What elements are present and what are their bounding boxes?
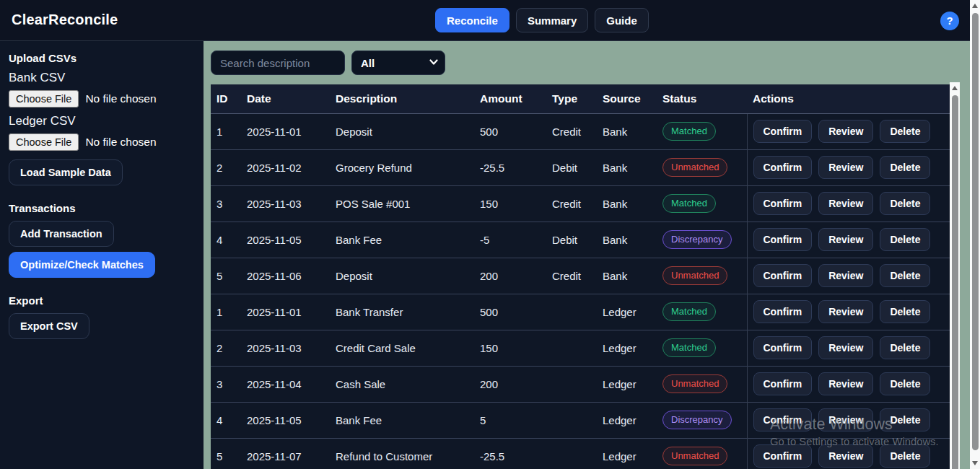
help-icon[interactable]: ? [940,12,959,30]
confirm-button[interactable]: Confirm [753,228,813,251]
review-button[interactable]: Review [818,192,873,215]
delete-button[interactable]: Delete [880,120,930,143]
confirm-button[interactable]: Confirm [753,300,813,323]
bank-choose-file-button[interactable]: Choose File [9,90,79,108]
window-scrollbar[interactable] [970,0,980,469]
cell-status: Discrepancy [657,222,747,258]
status-badge: Matched [662,194,716,213]
cell-amount: -25.5 [474,438,546,469]
export-heading: Export [9,294,195,307]
cell-actions: ConfirmReviewDelete [747,402,950,438]
cell-type [546,366,597,402]
review-button[interactable]: Review [818,300,873,323]
window-scrollbar-thumb[interactable] [972,13,979,450]
cell-type: Debit [546,149,597,185]
delete-button[interactable]: Delete [880,408,930,431]
search-input[interactable] [211,51,345,75]
review-button[interactable]: Review [818,408,873,431]
confirm-button[interactable]: Confirm [753,408,813,431]
confirm-button[interactable]: Confirm [753,336,813,359]
delete-button[interactable]: Delete [880,156,930,179]
table-row: 3 2025-11-03 POS Sale #001 150 Credit Ba… [211,185,950,222]
header-status: Status [657,84,747,113]
table-header: ID Date Description Amount Type Source S… [211,84,950,113]
cell-source: Bank [597,258,657,294]
review-button[interactable]: Review [818,228,873,251]
scroll-up-icon[interactable] [970,0,980,12]
table-row: 4 2025-11-05 Bank Fee -5 Debit Bank Disc… [211,222,950,258]
row-actions: ConfirmReviewDelete [753,372,945,395]
delete-button[interactable]: Delete [880,300,930,323]
header-amount: Amount [474,84,546,113]
cell-date: 2025-11-01 [241,113,330,149]
confirm-button[interactable]: Confirm [753,372,813,395]
cell-id: 5 [211,438,241,469]
nav-tabs: Reconcile Summary Guide [435,8,649,32]
status-badge: Matched [662,122,716,141]
status-filter-select[interactable]: All [351,51,445,75]
delete-button[interactable]: Delete [880,228,930,251]
delete-button[interactable]: Delete [880,444,930,468]
cell-amount: 5 [474,402,546,438]
header-id: ID [211,84,241,113]
delete-button[interactable]: Delete [880,192,930,215]
status-badge: Matched [662,302,716,321]
cell-source: Ledger [597,294,657,330]
cell-status: Unmatched [657,366,747,402]
scroll-up-icon[interactable] [950,82,960,94]
status-badge: Discrepancy [662,411,732,429]
cell-source: Ledger [597,402,657,438]
tab-reconcile[interactable]: Reconcile [435,8,509,32]
review-button[interactable]: Review [818,156,873,179]
cell-actions: ConfirmReviewDelete [747,294,950,330]
confirm-button[interactable]: Confirm [753,192,813,215]
delete-button[interactable]: Delete [880,264,930,287]
cell-date: 2025-11-03 [241,185,330,222]
status-badge: Unmatched [662,447,727,465]
confirm-button[interactable]: Confirm [753,444,813,468]
review-button[interactable]: Review [818,264,873,287]
tab-summary[interactable]: Summary [516,8,588,32]
confirm-button[interactable]: Confirm [753,156,813,179]
review-button[interactable]: Review [818,336,873,359]
review-button[interactable]: Review [818,444,873,468]
cell-id: 4 [211,222,241,258]
inner-scrollbar[interactable] [950,82,960,469]
ledger-csv-label: Ledger CSV [9,114,195,128]
ledger-choose-file-button[interactable]: Choose File [9,133,79,151]
cell-status: Matched [657,294,747,330]
bank-file-input[interactable]: Choose File No file chosen [9,90,195,108]
inner-scrollbar-thumb[interactable] [952,95,958,469]
row-actions: ConfirmReviewDelete [753,156,945,179]
top-navbar: ClearReconcile Reconcile Summary Guide ? [0,0,970,41]
cell-type [546,330,597,366]
cell-amount: 150 [474,185,546,222]
export-csv-button[interactable]: Export CSV [9,313,89,339]
row-actions: ConfirmReviewDelete [753,300,945,323]
optimize-check-matches-button[interactable]: Optimize/Check Matches [9,252,155,278]
delete-button[interactable]: Delete [880,372,930,395]
table-row: 3 2025-11-04 Cash Sale 200 Ledger Unmatc… [211,366,950,402]
delete-button[interactable]: Delete [880,336,930,359]
row-actions: ConfirmReviewDelete [753,444,945,468]
cell-type: Credit [546,185,597,222]
status-badge: Matched [662,338,716,357]
cell-status: Unmatched [657,438,747,469]
cell-description: Refund to Customer [330,438,474,469]
tab-guide[interactable]: Guide [595,8,649,32]
cell-amount: 200 [474,258,546,294]
cell-status: Matched [657,330,747,366]
review-button[interactable]: Review [818,120,873,143]
scroll-down-icon[interactable] [970,457,980,469]
cell-type: Debit [546,222,597,258]
ledger-file-input[interactable]: Choose File No file chosen [9,133,195,151]
confirm-button[interactable]: Confirm [753,120,813,143]
cell-source: Ledger [597,438,657,469]
cell-status: Unmatched [657,149,747,185]
review-button[interactable]: Review [818,372,873,395]
table-row: 5 2025-11-06 Deposit 200 Credit Bank Unm… [211,258,950,294]
load-sample-data-button[interactable]: Load Sample Data [9,159,123,185]
cell-status: Unmatched [657,258,747,294]
add-transaction-button[interactable]: Add Transaction [9,221,114,247]
confirm-button[interactable]: Confirm [753,264,813,287]
